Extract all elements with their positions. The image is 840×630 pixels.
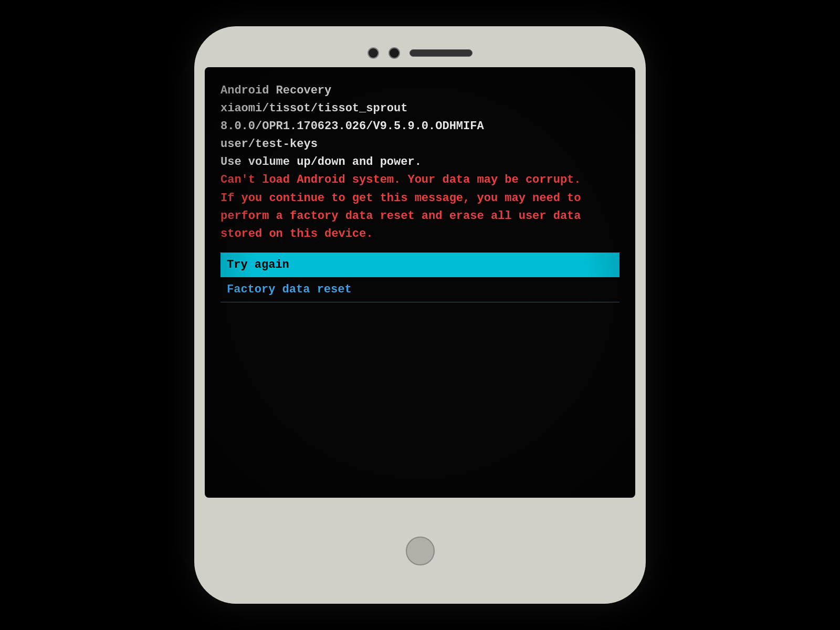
phone-device: Android Recovery xiaomi/tissot/tissot_sp…	[194, 26, 646, 604]
line-version: 8.0.0/OPR1.170623.026/V9.5.9.0.ODHMIFA	[220, 118, 620, 135]
line-error-3: perform a factory data reset and erase a…	[220, 207, 620, 225]
menu-area: Try again Factory data reset	[220, 253, 620, 302]
speaker-grille	[410, 49, 472, 57]
line-android-recovery: Android Recovery	[220, 82, 620, 100]
line-device-path: xiaomi/tissot/tissot_sprout	[220, 100, 620, 118]
line-error-2: If you continue to get this message, you…	[220, 190, 620, 207]
phone-bottom	[406, 498, 435, 604]
line-build-type: user/test-keys	[220, 135, 620, 153]
menu-item-factory-reset[interactable]: Factory data reset	[220, 277, 620, 302]
home-button[interactable]	[406, 537, 435, 565]
camera-dot-right	[388, 47, 400, 59]
camera-dot-left	[368, 47, 379, 59]
menu-item-try-again[interactable]: Try again	[220, 253, 620, 277]
info-lines: Android Recovery xiaomi/tissot/tissot_sp…	[220, 82, 620, 243]
line-error-4: stored on this device.	[220, 225, 620, 243]
phone-top-bar	[194, 42, 646, 67]
phone-screen: Android Recovery xiaomi/tissot/tissot_sp…	[205, 67, 635, 498]
line-error-1: Can't load Android system. Your data may…	[220, 171, 620, 189]
screen-content: Android Recovery xiaomi/tissot/tissot_sp…	[205, 67, 635, 498]
line-instructions: Use volume up/down and power.	[220, 153, 620, 171]
